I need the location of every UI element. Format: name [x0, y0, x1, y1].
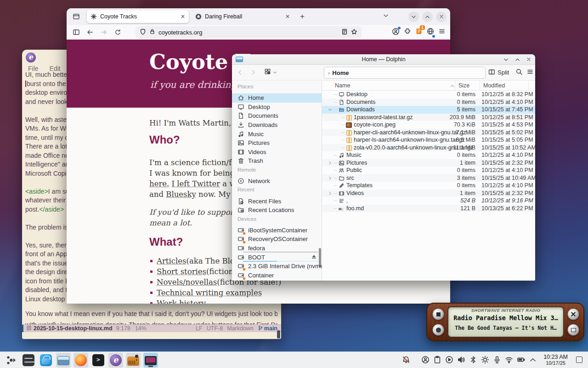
eject-icon[interactable]	[311, 253, 317, 259]
menu-hamburger-icon[interactable]	[438, 28, 446, 37]
back-icon[interactable]	[85, 29, 95, 36]
url-text[interactable]: coyotetracks.org	[158, 29, 202, 36]
media-icon[interactable]	[445, 356, 453, 364]
taskbar-firefox[interactable]	[74, 353, 88, 368]
file-row-foo-md[interactable]: M↓foo.md121 B10/13/25 at 6:22 PM	[322, 205, 535, 213]
taskbar-dolphin[interactable]	[56, 353, 71, 368]
new-tab-button[interactable]: +	[296, 11, 308, 23]
expand-icon[interactable]	[328, 176, 333, 181]
list-link[interactable]: Articles	[157, 257, 186, 265]
list-all-tabs-icon[interactable]	[383, 12, 389, 21]
list-link[interactable]: Work history	[157, 299, 206, 304]
minimize-button[interactable]	[408, 12, 419, 22]
close-button[interactable]	[526, 57, 531, 63]
file-row-pictures[interactable]: Pictures1 item10/15/25 at 2:32 PM	[322, 159, 535, 167]
emacs-scrollbar-thumb[interactable]	[277, 330, 280, 339]
place-documents[interactable]: Documents	[232, 111, 322, 121]
place-recent-files[interactable]: Recent Files	[232, 196, 322, 206]
volume-icon[interactable]	[457, 356, 465, 364]
place-videos[interactable]: Videos	[232, 148, 322, 157]
maximize-button[interactable]	[422, 12, 433, 22]
back-icon[interactable]	[237, 69, 243, 76]
place-home[interactable]: Home	[232, 93, 322, 103]
breadcrumb[interactable]: Home	[332, 69, 349, 76]
taskbar-discover[interactable]	[39, 353, 53, 368]
file-row-coyote-icon-jpeg[interactable]: coyote-icon.jpeg70.3 KiB10/15/25 at 4:53…	[322, 121, 535, 129]
wifi-icon[interactable]	[505, 356, 513, 364]
dnd-icon[interactable]	[402, 356, 410, 364]
file-row-harper-ls-aarch64-unknown-linux-gnu-tar-gz[interactable]: harper-ls-aarch64-unknown-linux-gnu.tar.…	[322, 136, 535, 144]
expand-arrow[interactable]	[328, 176, 333, 182]
file-row-zola-v0-20-0-aarch64-unknown-linux-gnu-tar-gz[interactable]: zola-v0.20.0-aarch64-unknown-linux-gnu.t…	[322, 144, 535, 152]
notes-extension-icon[interactable]: 1	[415, 28, 423, 37]
split-button[interactable]: Split	[488, 69, 509, 77]
file-row-music[interactable]: Music0 items10/12/25 at 4:10 PM	[322, 151, 535, 159]
list-link[interactable]: Novels/novellas	[157, 278, 217, 287]
clipboard-icon[interactable]	[433, 356, 441, 364]
place-desktop[interactable]: Desktop	[232, 103, 322, 112]
show-desktop-button[interactable]	[576, 356, 582, 363]
place-container[interactable]: Container	[232, 271, 322, 280]
sidebar-toggle-icon[interactable]	[71, 29, 81, 36]
collapse-icon[interactable]	[328, 107, 333, 112]
place-downloads[interactable]: Downloads	[232, 121, 322, 130]
taskbar-screenshot[interactable]	[143, 353, 158, 368]
place-ibootsystemcontainer[interactable]: iBootSystemContainer	[232, 226, 322, 235]
place-trash[interactable]: Trash	[232, 156, 322, 166]
eject-button[interactable]	[311, 253, 317, 261]
file-row-documents[interactable]: Documents0 items10/12/25 at 4:10 PM	[322, 98, 535, 106]
reload-icon[interactable]	[113, 29, 123, 36]
bookmark-star-icon[interactable]	[351, 29, 357, 36]
close-button[interactable]: ✕	[567, 308, 579, 320]
modeline-mode[interactable]: Markdown	[227, 325, 254, 332]
column-modified[interactable]: Modified	[483, 82, 505, 89]
firefox-view-icon[interactable]	[70, 11, 82, 23]
battery-icon[interactable]	[517, 356, 525, 364]
dolphin-titlebar[interactable]: Home — Dolphin	[232, 54, 535, 65]
file-row-public[interactable]: Public0 items10/12/25 at 4:10 PM	[322, 167, 535, 174]
place-boot[interactable]: BOOT	[232, 253, 322, 262]
file-row-videos[interactable]: Videos1 item10/15/25 at 2:32 PM	[322, 190, 535, 197]
place-recent-locations[interactable]: Recent Locations	[232, 206, 322, 215]
switch-window-button[interactable]	[567, 324, 579, 336]
emacs-buffer-bottom[interactable]: You know what I mean even if you hate th…	[25, 308, 277, 324]
place-music[interactable]: Music	[232, 129, 322, 138]
record-button[interactable]	[432, 324, 444, 336]
container-globe-icon[interactable]	[427, 28, 434, 37]
microphone-icon[interactable]	[493, 356, 501, 364]
user-sync-icon[interactable]	[421, 356, 430, 364]
search-icon[interactable]	[515, 68, 523, 77]
expand-arrow[interactable]	[328, 191, 333, 197]
place-network[interactable]: Network	[232, 177, 322, 186]
forward-icon[interactable]	[99, 29, 109, 36]
bluetooth-icon[interactable]	[469, 356, 477, 364]
tab-close-icon[interactable]: ✕	[285, 13, 290, 20]
file-row-src[interactable]: src3 items10/15/25 at 10:49 AM	[322, 174, 535, 182]
chevron-up-icon[interactable]	[529, 356, 537, 364]
clock[interactable]: 10:23 AM 10/17/25	[543, 354, 568, 366]
text-link[interactable]: here.	[149, 179, 169, 188]
collapse-arrow[interactable]	[328, 107, 333, 114]
tab-close-icon[interactable]: ✕	[181, 13, 185, 20]
account-icon[interactable]	[392, 28, 400, 37]
place-2-3-gib-internal-drive-nvme0n1p3-[interactable]: 2.3 GiB Internal Drive (nvme0n1p3)	[232, 262, 322, 271]
brightness-icon[interactable]	[481, 356, 489, 364]
location-bar[interactable]: › Home	[324, 67, 486, 79]
list-link[interactable]: Short stories	[157, 267, 206, 276]
file-row-downloads[interactable]: Downloads5 items10/15/25 at 7:45 PM	[322, 106, 535, 114]
expand-arrow[interactable]	[328, 161, 333, 167]
tracking-shield-icon[interactable]	[140, 29, 146, 36]
tab-daring-fireball[interactable]: Daring Fireball✕	[192, 10, 294, 23]
expand-icon[interactable]	[328, 161, 333, 166]
place-pictures[interactable]: Pictures	[232, 138, 322, 148]
expand-icon[interactable]	[328, 191, 333, 196]
menu-hamburger-icon[interactable]	[526, 68, 534, 77]
place-recoveryoscontainer[interactable]: RecoveryOSContainer	[232, 235, 322, 244]
text-link[interactable]: I left Twitter	[172, 179, 220, 188]
url-bar[interactable]: coyotetracks.org	[136, 26, 362, 38]
tab-coyote-tracks[interactable]: Coyote Tracks✕	[87, 10, 189, 23]
taskbar-launcher[interactable]	[4, 353, 18, 368]
file-row--[interactable]: ,524 B10/12/25 at 9:16 PM	[322, 197, 535, 205]
file-row-desktop[interactable]: Desktop0 items10/12/25 at 8:32 PM	[322, 91, 535, 98]
file-row-harper-cli-aarch64-unknown-linux-gnu-tar-gz[interactable]: harper-cli-aarch64-unknown-linux-gnu.tar…	[322, 129, 535, 137]
